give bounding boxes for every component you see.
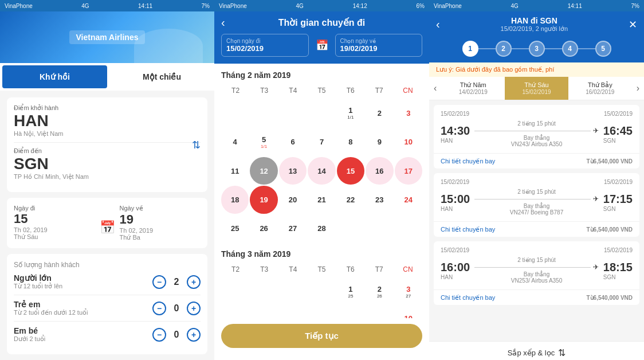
day-18[interactable]: 18 [221,186,249,213]
tab-mot-chieu[interactable]: Một chiều [109,63,214,91]
flight-arr-3: 18:15 SGN [603,261,633,280]
dest-code[interactable]: SGN [14,156,201,172]
origin-code[interactable]: HAN [14,113,201,129]
day-19-ret[interactable]: 19 [250,186,277,213]
back-button-2[interactable]: ‹ [221,16,225,29]
flight-dep-1: 14:30 HAN [441,124,470,144]
day-2[interactable]: 2 [366,99,393,127]
day-11[interactable]: 11 [221,157,249,185]
day-20[interactable]: 20 [279,186,307,213]
pax-adult-row: Người lớn Từ 12 tuổi trở lên − 2 + [14,273,201,290]
day-12-selected[interactable]: 12 [250,157,277,185]
network-3: 4G [511,3,519,9]
day-6[interactable]: 6 [279,128,307,155]
pax-infant-plus[interactable]: + [187,328,201,342]
pax-adult-count: 2 [171,277,182,287]
close-button[interactable]: ✕ [629,18,637,31]
mar-day-2[interactable]: 226 [366,278,393,306]
day-24[interactable]: 24 [395,186,422,213]
battery-2: 6% [417,3,425,9]
sort-icon: ⇅ [558,347,566,358]
day-17[interactable]: 17 [395,157,422,185]
day-7[interactable]: 7 [308,128,335,155]
flight-card-2: 15/02/2019 15/02/2019 15:00 HAN 2 tiếng … [434,173,639,237]
flight-route-3: 2 tiếng 15 phút ✈ Bay thẳng VN253/ Airbu… [474,257,599,284]
pax-child-minus[interactable]: − [152,302,166,315]
day-26[interactable]: 26 [250,215,277,242]
sort-filter-button[interactable]: Sắp xếp & lọc ⇅ [508,347,566,358]
mar-day-6[interactable]: 6 [279,307,307,318]
day-8[interactable]: 8 [337,128,364,155]
detail-link-1[interactable]: Chi tiết chuyến bay [441,158,495,165]
day-14[interactable]: 14 [308,157,335,185]
pax-adult-plus[interactable]: + [187,275,201,289]
day-15-today[interactable]: 15 [337,157,364,185]
pax-child-row: Trẻ em Từ 2 tuổi đến dưới 12 tuổi − 0 + [14,300,201,316]
day-25[interactable]: 25 [221,215,249,242]
day-5[interactable]: 51/1 [250,128,277,155]
pax-adult-ctrl: − 2 + [152,275,201,289]
dep-date-selector[interactable]: Chọn ngày đi 15/02/2019 [221,34,309,57]
day-21[interactable]: 21 [308,186,335,213]
day-16[interactable]: 16 [366,157,393,185]
month-feb-title: Tháng 2 năm 2019 [221,71,422,80]
step-4: 4 [562,41,578,57]
price-note: Lưu ý: Giá dưới đây đã bao gồm thuế, phí [429,62,644,77]
tab-khu-hoi[interactable]: Khứ hồi [2,65,107,88]
price-from-2: Từ [587,226,594,233]
prev-date-button[interactable]: ‹ [429,77,441,99]
dep-date-field[interactable]: Ngày đi 15 Th 02, 2019 Thứ Sáu [14,205,95,241]
pax-adult-minus[interactable]: − [152,275,166,289]
ret-date-selector[interactable]: Chọn ngày về 19/02/2019 [335,34,423,57]
ret-date-box-label: Chọn ngày về [340,38,418,44]
results-title: HAN đi SGN [440,16,629,25]
flight-arr-2: 17:15 SGN [603,193,633,212]
date-fri[interactable]: Thứ Sáu 15/02/2019 [505,77,568,100]
calendar-icon: 📅 [100,220,115,235]
mar-day-1[interactable]: 125 [337,278,364,306]
continue-button[interactable]: Tiếp tục [221,324,422,348]
ret-date-label: Ngày về [120,205,201,212]
day-3[interactable]: 3 [395,99,422,127]
flight-line-1: ✈ [474,127,599,135]
status-bar-2: VinaPhone 4G 14:12 6% [214,0,429,11]
month-feb: Tháng 2 năm 2019 T2 T3 T4 T5 T6 T7 CN [221,71,422,242]
mar-day-5[interactable]: 5 [250,307,277,318]
mar-day-8[interactable]: 8 [337,307,364,318]
day-10[interactable]: 10 [395,128,422,155]
origin-desc: Hà Nội, Việt Nam [14,130,201,138]
day-22[interactable]: 22 [337,186,364,213]
day-27[interactable]: 27 [279,215,307,242]
trip-type-tabs: Khứ hồi Một chiều [0,63,214,91]
day-23[interactable]: 23 [366,186,393,213]
mar-day-4[interactable]: 4 [221,307,249,318]
mar-day-7[interactable]: 7 [308,307,335,318]
pax-child-plus[interactable]: + [187,302,201,315]
date-thu[interactable]: Thứ Năm 14/02/2019 [441,77,505,100]
day-1[interactable]: 11/1 [337,99,364,127]
detail-link-3[interactable]: Chi tiết chuyến bay [441,294,495,302]
swap-button[interactable]: ⇅ [192,139,201,151]
pax-infant-minus[interactable]: − [152,328,166,342]
day-9[interactable]: 9 [366,128,393,155]
day-empty [308,278,335,306]
detail-link-2[interactable]: Chi tiết chuyến bay [441,226,495,233]
next-date-button[interactable]: › [632,77,644,99]
day-28[interactable]: 28 [308,215,335,242]
days-grid-mar: 125 226 327 4 5 6 7 8 9 104 11 12 13 14 … [221,278,422,318]
mar-day-9[interactable]: 9 [366,307,393,318]
screen-results: VinaPhone 4G 14:11 7% ‹ HAN đi SGN 15/02… [429,0,644,360]
day-4[interactable]: 4 [221,128,249,155]
mar-day-3[interactable]: 327 [395,278,422,306]
network-2: 4G [296,3,304,9]
flight-dash-2 [474,199,591,199]
date-fri-dow: Thứ Sáu [507,81,566,89]
month-mar-title: Tháng 3 năm 2019 [221,249,422,259]
mar-day-10[interactable]: 104 [395,307,422,318]
ret-date-field[interactable]: Ngày về 19 Th 02, 2019 Thứ Ba [120,205,201,241]
results-header: ‹ HAN đi SGN 15/02/2019, 2 người lớn ✕ [429,11,644,37]
day-13[interactable]: 13 [279,157,307,185]
date-sat[interactable]: Thứ Bảy 16/02/2019 [568,77,632,100]
dow-t7: T7 [365,84,394,97]
back-button-3[interactable]: ‹ [436,18,440,31]
